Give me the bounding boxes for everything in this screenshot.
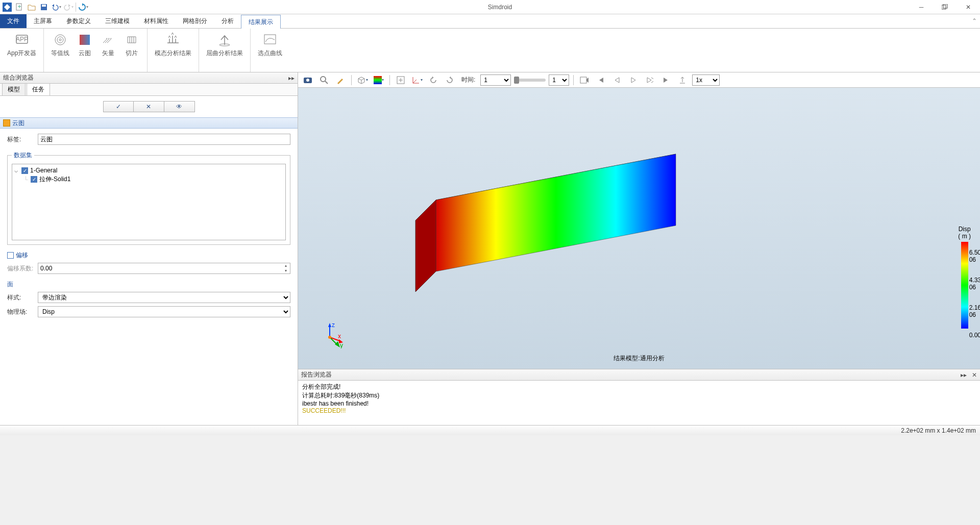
speed-select[interactable]: 1x: [692, 74, 720, 86]
spin-up-icon[interactable]: ▴: [282, 263, 290, 268]
svg-rect-6: [943, 4, 947, 8]
rotate-left-icon[interactable]: [427, 74, 440, 86]
last-icon[interactable]: [659, 74, 673, 86]
record-icon[interactable]: [578, 74, 591, 86]
offset-checkbox[interactable]: [7, 252, 14, 259]
vector-button[interactable]: 矢量: [97, 31, 119, 59]
report-close-icon[interactable]: ✕: [972, 371, 977, 379]
svg-text:z: z: [332, 323, 335, 329]
tree-checkbox[interactable]: ✓: [21, 167, 28, 174]
tree-item[interactable]: └ ✓ 拉伸-Solid1: [14, 174, 283, 184]
save-icon[interactable]: [39, 2, 49, 12]
frame-select[interactable]: 1: [549, 74, 569, 86]
tree-label: 1-General: [30, 167, 57, 174]
style-select[interactable]: 带边渲染: [38, 292, 290, 303]
tab-model[interactable]: 模型: [2, 83, 26, 95]
offset-coef-input[interactable]: ▴▾: [38, 263, 290, 274]
cloud-small-icon: [3, 119, 10, 127]
report-panel: 报告浏览器 ▸▸ ✕ 分析全部完成! 计算总耗时:839毫秒(839ms) ib…: [298, 369, 980, 425]
rotate-right-icon[interactable]: [443, 74, 456, 86]
menu-file[interactable]: 文件: [0, 14, 27, 28]
ribbon-label: 模态分析结果: [155, 49, 191, 58]
export-icon[interactable]: [676, 74, 689, 86]
first-icon[interactable]: [594, 74, 607, 86]
cancel-button[interactable]: ✕: [134, 101, 164, 112]
new-icon[interactable]: +: [14, 2, 24, 12]
statusbar: 2.2e+02 mm x 1.4e+02 mm: [0, 425, 980, 435]
open-icon[interactable]: [27, 2, 37, 12]
app-icon: APP: [14, 32, 30, 48]
menu-params[interactable]: 参数定义: [59, 14, 98, 28]
undo-icon[interactable]: ▾: [51, 2, 61, 12]
svg-point-16: [306, 79, 309, 82]
buckle-result-button[interactable]: 屈曲分析结果: [203, 31, 246, 59]
time-slider[interactable]: [514, 79, 546, 82]
svg-line-18: [325, 81, 328, 84]
svg-rect-19: [374, 76, 382, 84]
colormap-icon[interactable]: ▾: [372, 74, 385, 86]
cloud-icon: [77, 32, 93, 48]
fit-icon[interactable]: [394, 74, 407, 86]
play-icon[interactable]: [627, 74, 640, 86]
label-input[interactable]: [38, 134, 290, 145]
dataset-tree[interactable]: ⌵ ✓ 1-General └ ✓ 拉伸-Solid1: [12, 164, 286, 240]
slice-button[interactable]: 切片: [120, 31, 143, 59]
vector-icon: [100, 32, 116, 48]
legend-unit: ( m ): [958, 233, 971, 240]
confirm-button[interactable]: ✓: [103, 101, 134, 112]
brush-icon[interactable]: [334, 74, 347, 86]
ribbon-group-pick: 选点曲线: [251, 29, 289, 72]
panel-collapse-icon[interactable]: ▸▸: [288, 74, 295, 82]
time-select[interactable]: 1: [480, 74, 511, 86]
field-select[interactable]: Disp: [38, 306, 290, 317]
ribbon-collapse-icon[interactable]: ⌃: [972, 17, 977, 24]
tree-caret-icon[interactable]: ⌵: [14, 167, 19, 174]
next-icon[interactable]: [643, 74, 656, 86]
close-button[interactable]: ✕: [957, 0, 980, 14]
prev-icon[interactable]: [610, 74, 624, 86]
menu-home[interactable]: 主屏幕: [27, 14, 59, 28]
pick-curve-button[interactable]: 选点曲线: [255, 31, 285, 59]
maximize-button[interactable]: [933, 0, 957, 14]
browser-header: 组合浏览器 ▸▸: [0, 72, 298, 84]
svg-text:y: y: [340, 342, 343, 348]
ribbon: APP App开发器 等值线 云图 矢量 切片 模: [0, 29, 980, 72]
preview-button[interactable]: 👁: [164, 101, 195, 112]
report-expand-icon[interactable]: ▸▸: [961, 371, 967, 379]
menu-analysis[interactable]: 分析: [214, 14, 241, 28]
action-bar: ✓ ✕ 👁: [0, 96, 298, 117]
offset-coef-field[interactable]: [38, 265, 282, 272]
contour-button[interactable]: 等值线: [48, 31, 72, 59]
logo-icon[interactable]: [2, 2, 12, 12]
status-dimensions: 2.2e+02 mm x 1.4e+02 mm: [901, 427, 976, 434]
svg-point-11: [59, 39, 61, 41]
zoom-icon[interactable]: [317, 74, 331, 86]
spin-down-icon[interactable]: ▾: [282, 268, 290, 273]
menu-material[interactable]: 材料属性: [137, 14, 176, 28]
contour-icon: [52, 32, 68, 48]
axes-icon[interactable]: ▾: [410, 74, 424, 86]
menu-mesh[interactable]: 网格剖分: [176, 14, 214, 28]
pick-icon: [262, 32, 278, 48]
minimize-button[interactable]: ─: [910, 0, 933, 14]
menu-results[interactable]: 结果展示: [241, 15, 281, 29]
modal-result-button[interactable]: 模态分析结果: [152, 31, 194, 59]
menu-3dmodel[interactable]: 三维建模: [98, 14, 137, 28]
tree-item[interactable]: ⌵ ✓ 1-General: [14, 166, 283, 174]
redo-icon[interactable]: ▾: [63, 2, 74, 12]
tree-label: 拉伸-Solid1: [39, 175, 70, 184]
tab-task[interactable]: 任务: [27, 83, 50, 95]
quick-access-toolbar: + ▾ ▾ ▾: [0, 2, 90, 12]
refresh-icon[interactable]: ▾: [78, 2, 88, 12]
svg-point-36: [328, 336, 331, 339]
cloud-button[interactable]: 云图: [74, 31, 96, 59]
ribbon-label: 等值线: [51, 49, 69, 58]
cube-icon[interactable]: ▾: [356, 74, 369, 86]
report-body[interactable]: 分析全部完成! 计算总耗时:839毫秒(839ms) ibestr has be…: [298, 381, 980, 425]
view-toolbar: ▾ ▾ ▾ 时间: 1 1 1x: [298, 72, 980, 88]
tree-checkbox[interactable]: ✓: [31, 176, 37, 183]
svg-rect-4: [42, 5, 46, 7]
viewport-3d[interactable]: Disp ( m ) 6.508e-06 4.339e-06 2.169e-06…: [298, 88, 980, 369]
camera-icon[interactable]: [301, 74, 314, 86]
app-developer-button[interactable]: APP App开发器: [4, 31, 39, 59]
